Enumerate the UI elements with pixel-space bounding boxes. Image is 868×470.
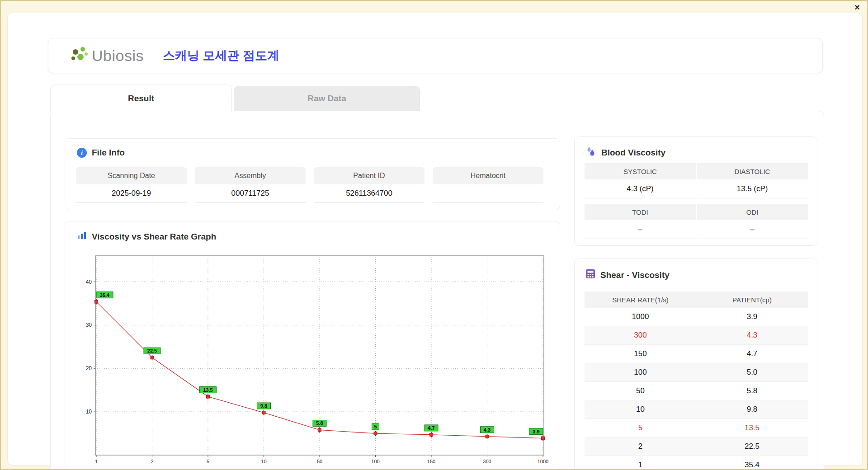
viscosity-chart: 102030401251050100150300100035.422.513.5… (78, 250, 550, 467)
systolic-value: 4.3 (cP) (585, 179, 696, 198)
svg-text:2: 2 (151, 459, 153, 464)
table-row: 150 4.7 (585, 345, 808, 363)
chart-point-marker (374, 432, 377, 435)
field-patient-id: Patient ID 52611364700 (314, 167, 425, 202)
svg-text:4.3: 4.3 (484, 427, 491, 432)
field-value: 000711725 (195, 184, 306, 202)
shear-rate-cell: 10 (585, 400, 696, 418)
svg-text:9.8: 9.8 (260, 403, 267, 409)
odi-label: ODI (697, 204, 808, 220)
calculator-icon (585, 269, 595, 281)
shear-viscosity-title-label: Shear - Viscosity (600, 270, 670, 280)
patient-viscosity-cell: 22.5 (696, 437, 808, 456)
brand-name: Ubiosis (92, 47, 144, 65)
patient-viscosity-cell: 35.4 (696, 456, 808, 470)
patient-viscosity-cell: 5.8 (696, 382, 808, 400)
svg-text:10: 10 (261, 459, 266, 464)
chart-point-marker (207, 395, 210, 398)
blood-viscosity-title-label: Blood Viscosity (601, 148, 665, 158)
table-row: 300 4.3 (585, 326, 808, 345)
ubiosis-logo: Ubiosis (70, 47, 144, 65)
shear-rate-cell: 150 (585, 345, 696, 363)
table-row: 100 5.0 (585, 363, 808, 382)
svg-text:1: 1 (95, 459, 98, 464)
chart-point-marker (486, 435, 489, 438)
column-header-shear-rate: SHEAR RATE(1/s) (585, 291, 696, 308)
viscosity-graph-card: Viscosity vs Shear Rate Graph 1020304012… (65, 221, 560, 470)
patient-viscosity-cell: 5.0 (696, 363, 808, 381)
chart-point-marker (430, 433, 433, 436)
todi-label: TODI (585, 204, 696, 220)
field-scanning-date: Scanning Date 2025-09-19 (76, 167, 187, 202)
blood-viscosity-title: Blood Viscosity (585, 146, 665, 159)
svg-text:4.7: 4.7 (428, 425, 434, 431)
blood-viscosity-grid: SYSTOLIC DIASTOLIC 4.3 (cP) 13.5 (cP) TO… (585, 163, 808, 239)
graph-title-label: Viscosity vs Shear Rate Graph (92, 232, 216, 242)
table-header-row: SHEAR RATE(1/s) PATIENT(cp) (585, 291, 808, 308)
chart-point-marker (151, 356, 154, 359)
systolic-label: SYSTOLIC (585, 163, 696, 179)
field-value: 2025-09-19 (76, 184, 187, 202)
field-assembly: Assembly 000711725 (195, 167, 306, 202)
chart-point-marker (542, 437, 545, 440)
svg-text:22.5: 22.5 (147, 348, 157, 353)
svg-text:40: 40 (86, 279, 92, 285)
chart-point-marker (262, 411, 265, 414)
chart-point-marker (318, 428, 321, 432)
svg-text:5: 5 (374, 424, 377, 429)
shear-viscosity-title: Shear - Viscosity (585, 269, 670, 281)
field-label: Scanning Date (76, 167, 187, 184)
svg-text:50: 50 (317, 459, 322, 464)
table-body: 1000 3.9 300 4.3 150 4.7 100 5.0 (585, 308, 808, 470)
page-title: 스캐닝 모세관 점도계 (163, 47, 279, 64)
shear-viscosity-card: Shear - Viscosity SHEAR RATE(1/s) PATIEN… (574, 258, 817, 470)
bar-chart-icon (77, 230, 87, 243)
info-icon: i (77, 148, 87, 158)
shear-viscosity-table: SHEAR RATE(1/s) PATIENT(cp) 1000 3.9 300… (585, 291, 808, 470)
patient-viscosity-cell: 3.9 (696, 308, 808, 326)
shear-rate-cell: 50 (585, 382, 696, 400)
table-row: 5 13.5 (585, 419, 808, 437)
content-card: i File Info Scanning Date 2025-09-19 Ass… (50, 111, 824, 470)
shear-rate-cell: 1 (585, 456, 696, 470)
tab-result[interactable]: Result (50, 85, 232, 112)
svg-text:13.5: 13.5 (203, 387, 212, 393)
field-label: Patient ID (314, 167, 425, 184)
svg-text:30: 30 (86, 322, 92, 328)
svg-text:5: 5 (207, 459, 209, 464)
chart-point-marker (95, 300, 98, 303)
file-info-fields: Scanning Date 2025-09-19 Assembly 000711… (76, 167, 543, 202)
droplet-icon (585, 146, 596, 159)
shear-rate-cell: 1000 (585, 308, 696, 326)
patient-viscosity-cell: 9.8 (696, 400, 808, 418)
app-background: { "window": { "close": "×" }, "header": … (0, 0, 868, 470)
shear-rate-cell: 100 (585, 363, 696, 381)
shear-rate-cell: 5 (585, 419, 696, 437)
svg-text:150: 150 (427, 459, 435, 464)
svg-text:5.8: 5.8 (316, 420, 323, 426)
header-card: Ubiosis 스캐닝 모세관 점도계 (48, 38, 823, 73)
graph-title: Viscosity vs Shear Rate Graph (77, 230, 216, 243)
close-icon[interactable]: × (854, 2, 860, 13)
blood-viscosity-card: Blood Viscosity SYSTOLIC DIASTOLIC 4.3 (… (574, 136, 817, 246)
shear-rate-cell: 2 (585, 437, 696, 456)
svg-text:100: 100 (371, 459, 379, 464)
logo-leaf-icon (70, 47, 90, 65)
shear-rate-cell: 300 (585, 326, 696, 344)
tab-raw-data[interactable]: Raw Data (234, 86, 420, 111)
field-value: 52611364700 (314, 184, 425, 202)
field-label: Assembly (195, 167, 306, 184)
odi-value: – (697, 220, 808, 239)
svg-text:3.9: 3.9 (533, 429, 539, 434)
svg-text:20: 20 (86, 365, 92, 371)
patient-viscosity-cell: 4.7 (696, 345, 808, 363)
field-value (433, 184, 543, 202)
file-info-title-label: File Info (92, 148, 125, 158)
svg-text:10: 10 (86, 409, 92, 415)
patient-viscosity-cell: 4.3 (696, 326, 808, 344)
field-hematocrit: Hematocrit (433, 167, 543, 202)
file-info-title: i File Info (77, 148, 125, 158)
file-info-card: i File Info Scanning Date 2025-09-19 Ass… (65, 138, 560, 210)
table-row: 10 9.8 (585, 400, 808, 419)
field-label: Hematocrit (433, 167, 543, 184)
